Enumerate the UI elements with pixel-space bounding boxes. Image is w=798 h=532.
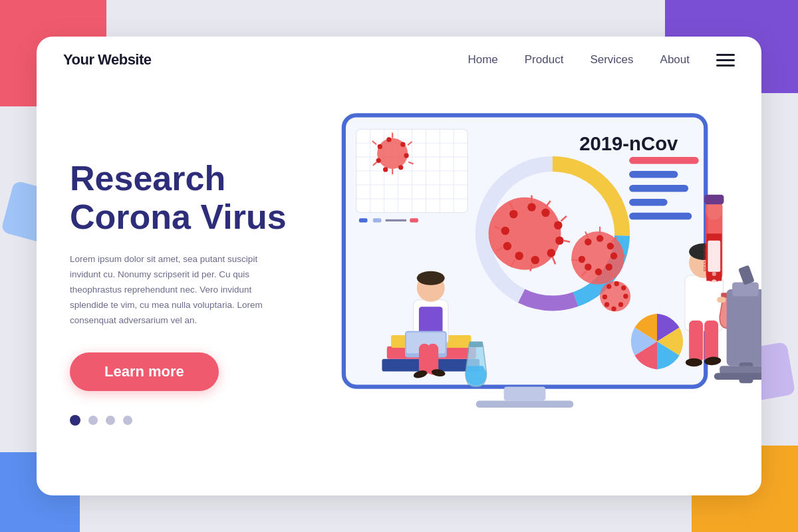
svg-rect-2	[476, 401, 574, 408]
hero-title: Research Corona Virus	[70, 160, 289, 235]
svg-point-79	[614, 281, 619, 286]
svg-point-39	[489, 198, 561, 270]
nav-home[interactable]: Home	[467, 53, 497, 66]
svg-point-20	[398, 165, 403, 170]
navbar: Your Website Home Product Services About	[37, 37, 761, 83]
svg-point-23	[378, 144, 382, 149]
main-card: Your Website Home Product Services About…	[37, 37, 761, 495]
svg-rect-104	[469, 342, 483, 347]
svg-rect-88	[629, 185, 688, 192]
svg-point-64	[610, 253, 617, 259]
svg-point-65	[606, 263, 612, 270]
svg-point-81	[623, 294, 628, 299]
main-illustration: 2019-nCov	[316, 83, 761, 495]
svg-point-62	[597, 235, 603, 241]
svg-point-18	[400, 142, 405, 147]
svg-point-48	[503, 242, 512, 251]
svg-point-66	[595, 269, 602, 275]
svg-point-21	[383, 167, 388, 172]
svg-point-67	[585, 263, 591, 270]
svg-rect-31	[373, 218, 382, 222]
svg-point-80	[621, 285, 626, 290]
hamburger-line-3	[716, 65, 735, 66]
hamburger-line-1	[716, 54, 735, 56]
svg-rect-123	[708, 241, 720, 272]
content-area: Research Corona Virus Lorem ipsum dolor …	[37, 83, 761, 495]
svg-point-78	[606, 284, 611, 289]
dot-2[interactable]	[88, 416, 98, 425]
nav-brand: Your Website	[63, 51, 152, 68]
learn-more-button[interactable]: Learn more	[70, 352, 219, 391]
svg-point-85	[602, 295, 607, 299]
svg-point-61	[585, 239, 591, 245]
svg-point-45	[547, 249, 556, 257]
svg-point-126	[712, 279, 717, 285]
svg-point-108	[686, 358, 702, 367]
svg-text:2019-nCov: 2019-nCov	[579, 132, 678, 154]
svg-point-49	[501, 227, 509, 235]
svg-rect-86	[629, 157, 699, 164]
hero-description: Lorem ipsum dolor sit amet, sea putant s…	[70, 252, 289, 329]
svg-rect-87	[629, 171, 678, 178]
svg-rect-125	[704, 195, 724, 205]
svg-rect-1	[504, 387, 546, 401]
svg-point-68	[579, 256, 585, 263]
svg-point-47	[515, 251, 523, 260]
nav-product[interactable]: Product	[525, 53, 564, 66]
svg-rect-114	[727, 289, 761, 366]
svg-point-97	[417, 271, 445, 285]
svg-point-43	[554, 221, 563, 229]
svg-point-19	[404, 153, 408, 158]
left-panel: Research Corona Virus Lorem ipsum dolor …	[37, 83, 316, 495]
svg-rect-106	[689, 321, 703, 362]
svg-point-127	[712, 272, 716, 276]
svg-point-42	[541, 209, 550, 217]
carousel-dots	[70, 415, 289, 426]
nav-about[interactable]: About	[660, 53, 690, 66]
svg-point-63	[607, 243, 614, 249]
svg-rect-90	[629, 213, 692, 219]
svg-rect-116	[738, 265, 755, 285]
svg-point-40	[509, 210, 518, 219]
nav-services[interactable]: Services	[590, 53, 633, 66]
svg-point-41	[527, 203, 536, 211]
dot-1[interactable]	[70, 415, 80, 426]
svg-rect-89	[629, 199, 668, 205]
svg-rect-119	[714, 373, 761, 380]
hamburger-menu[interactable]	[716, 54, 735, 66]
svg-rect-33	[410, 218, 418, 222]
hamburger-line-2	[716, 59, 735, 61]
illustration-panel: 2019-nCov	[316, 83, 761, 495]
svg-point-83	[611, 307, 616, 311]
svg-rect-30	[359, 218, 368, 222]
svg-point-44	[555, 236, 564, 245]
svg-point-84	[604, 302, 609, 307]
svg-point-46	[531, 256, 539, 265]
svg-point-17	[386, 137, 391, 142]
dot-4[interactable]	[123, 416, 132, 425]
dot-3[interactable]	[106, 416, 115, 425]
svg-text:CoronaVirus: CoronaVirus	[702, 245, 708, 272]
svg-point-82	[618, 302, 623, 307]
svg-rect-107	[704, 321, 718, 362]
nav-links: Home Product Services About	[467, 53, 690, 66]
